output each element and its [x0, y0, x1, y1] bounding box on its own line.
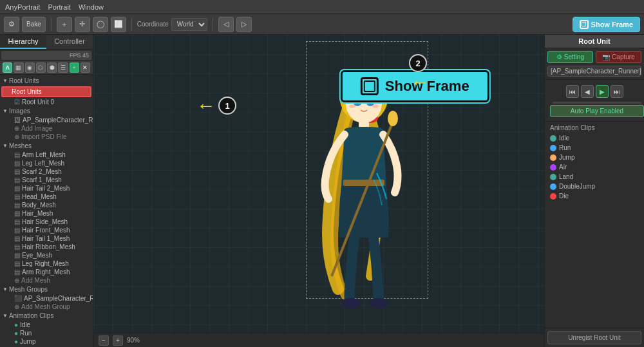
- toolbar-nav-btn1[interactable]: ◁: [218, 17, 234, 32]
- tree-mesh-9[interactable]: ▤Hair Front_Mesh: [0, 226, 93, 234]
- arrow-1-icon: ←: [196, 96, 216, 115]
- zoom-level: 90%: [127, 337, 140, 344]
- show-frame-toolbar-label: Show Frame: [591, 21, 633, 28]
- canvas-area: ← 1 2 ↑ Show Frame − + 90%: [93, 35, 544, 347]
- canvas-viewport[interactable]: ← 1 2 ↑ Show Frame: [93, 35, 544, 333]
- clip-jump[interactable]: Jump: [547, 153, 641, 162]
- clip-run[interactable]: Run: [547, 143, 641, 153]
- clip-air-dot: [550, 164, 556, 171]
- tree-mesh-1[interactable]: ▤Leg Left_Mesh: [0, 159, 93, 167]
- tree-mesh-10[interactable]: ▤Hair Tail 1_Mesh: [0, 234, 93, 243]
- main-content: Hierarchy Controller FPS 45 A ▦ ◉ ⬡ ⬢ ☰ …: [0, 35, 644, 347]
- hierarchy-content: ▼ Root Units Root Units ☑ Root Unit 0 ▼ …: [0, 75, 93, 347]
- tab-hierarchy[interactable]: Hierarchy: [0, 35, 46, 49]
- tree-mesh-13[interactable]: ▤Leg Right_Mesh: [0, 259, 93, 268]
- show-frame-toolbar-button[interactable]: Show Frame: [573, 17, 640, 32]
- arrow-2-icon: ↑: [408, 79, 428, 88]
- hier-icon-a[interactable]: A: [3, 62, 12, 73]
- tree-mesh-0[interactable]: ▤Arm Left_Mesh: [0, 151, 93, 159]
- runner-field: [AP_SampleCharacter_Runner]: [547, 66, 641, 77]
- show-frame-overlay-icon: [361, 77, 379, 95]
- clip-idle[interactable]: Idle: [547, 133, 641, 143]
- toolbar-sep-2: [131, 18, 132, 31]
- tree-mesh-4[interactable]: ▤Hair Tail 2_Mesh: [0, 184, 93, 192]
- toolbar-rotate-btn[interactable]: ◯: [93, 17, 108, 32]
- tree-anim-jump[interactable]: ●Jump: [0, 337, 93, 346]
- tree-mesh-2[interactable]: ▤Scarf 2_Mesh: [0, 167, 93, 176]
- section-images[interactable]: ▼ Images: [0, 106, 93, 116]
- clip-idle-dot: [550, 135, 556, 142]
- toolbar-move-btn[interactable]: ✛: [75, 17, 90, 32]
- menu-window[interactable]: Window: [79, 3, 104, 11]
- animation-clips-title: Animation Clips: [547, 124, 641, 131]
- hier-icon-6[interactable]: +: [70, 62, 79, 73]
- tree-root-unit-0[interactable]: ☑ Root Unit 0: [0, 98, 93, 106]
- clip-land[interactable]: Land: [547, 172, 641, 182]
- section-root-units[interactable]: ▼ Root Units: [0, 76, 93, 86]
- section-mesh-groups[interactable]: ▼ Mesh Groups: [0, 285, 93, 294]
- play-prev-btn[interactable]: ◀: [581, 85, 594, 98]
- tree-mesh-8[interactable]: ▤Hair Side_Mesh: [0, 218, 93, 226]
- menu-anyportrait[interactable]: AnyPortrait: [5, 3, 40, 11]
- clip-doublejump[interactable]: DoubleJump: [547, 182, 641, 191]
- tree-mesh-5[interactable]: ▤Head_Mesh: [0, 192, 93, 201]
- left-tabs: Hierarchy Controller: [0, 35, 93, 50]
- zoom-in-btn[interactable]: +: [113, 335, 123, 346]
- toolbar-icon-btn[interactable]: ⚙: [4, 17, 19, 32]
- coordinate-select[interactable]: World: [171, 18, 207, 31]
- fps-badge: FPS 45: [1, 51, 91, 60]
- hier-icon-5[interactable]: ☰: [58, 62, 68, 73]
- hier-icon-4[interactable]: ⬢: [47, 62, 57, 73]
- image-0-icon: 🖼: [14, 117, 21, 124]
- toolbar-scale-btn[interactable]: ⬜: [111, 17, 126, 32]
- svg-rect-11: [343, 180, 384, 186]
- capture-button[interactable]: 📷 Capture: [596, 51, 641, 63]
- tree-mesh-6[interactable]: ▤Body_Mesh: [0, 201, 93, 209]
- right-panel-title: Root Unit: [545, 35, 644, 48]
- tree-root-units-item[interactable]: Root Units: [1, 86, 91, 97]
- tree-mesh-group-0[interactable]: ⬛AP_SampleCharacter_Runner: [0, 294, 93, 303]
- root-units-text: Root Units: [12, 88, 42, 95]
- play-btn[interactable]: ▶: [596, 85, 609, 98]
- toolbar: ⚙ Bake + ✛ ◯ ⬜ Coordinate World ◁ ▷ Show…: [0, 14, 644, 35]
- setting-capture-row: ⚙ Setting 📷 Capture: [547, 51, 641, 63]
- tab-controller[interactable]: Controller: [46, 35, 93, 49]
- tree-mesh-14[interactable]: ▤Arm Right_Mesh: [0, 268, 93, 276]
- play-slider[interactable]: [553, 102, 641, 104]
- hier-icon-3[interactable]: ⬡: [36, 62, 46, 73]
- tree-add-mesh-group[interactable]: ⊕Add Mesh Group: [0, 303, 93, 311]
- menu-portrait[interactable]: Portrait: [48, 3, 70, 11]
- section-anim-clips[interactable]: ▼ Animation Clips: [0, 311, 93, 321]
- menu-bar: AnyPortrait Portrait Window: [0, 0, 644, 14]
- svg-point-9: [372, 104, 379, 108]
- tree-import-psd[interactable]: ⊕Import PSD File: [0, 133, 93, 141]
- clip-air[interactable]: Air: [547, 162, 641, 172]
- tree-anim-run[interactable]: ●Run: [0, 329, 93, 337]
- section-meshes[interactable]: ▼ Meshes: [0, 141, 93, 151]
- toolbar-bake-btn[interactable]: Bake: [22, 17, 46, 32]
- toolbar-sep-1: [51, 18, 52, 31]
- annotation-circle-1: 1: [218, 97, 236, 115]
- hier-icon-2[interactable]: ◉: [25, 62, 35, 73]
- play-skip-back-btn[interactable]: ⏮: [566, 85, 579, 98]
- tree-add-image[interactable]: ⊕Add Image: [0, 124, 93, 133]
- tree-mesh-7[interactable]: ▤Hair_Mesh: [0, 209, 93, 218]
- setting-button[interactable]: ⚙ Setting: [547, 51, 593, 63]
- unregist-root-unit-button[interactable]: Unregist Root Unit: [547, 331, 641, 344]
- tree-add-mesh[interactable]: ⊕Add Mesh: [0, 276, 93, 285]
- clip-die[interactable]: Die: [547, 191, 641, 201]
- toolbar-add-btn[interactable]: +: [57, 17, 72, 32]
- tree-mesh-11[interactable]: ▤Hair Ribbon_Mesh: [0, 243, 93, 251]
- tree-mesh-12[interactable]: ▤Eye_Mesh: [0, 251, 93, 259]
- auto-play-button[interactable]: Auto Play Enabled: [550, 105, 644, 117]
- toolbar-nav-btn2[interactable]: ▷: [236, 17, 252, 32]
- hier-icon-1[interactable]: ▦: [14, 62, 23, 73]
- hier-icon-close[interactable]: ✕: [80, 62, 90, 73]
- play-next-btn[interactable]: ⏭: [611, 85, 623, 98]
- clip-land-dot: [550, 174, 556, 180]
- tree-anim-idle[interactable]: ●Idle: [0, 321, 93, 329]
- tree-image-0[interactable]: 🖼 AP_SampleCharacter_Runner_C...: [0, 116, 93, 124]
- root-unit-0-icon: ☑: [14, 98, 20, 106]
- zoom-out-btn[interactable]: −: [99, 335, 109, 346]
- tree-mesh-3[interactable]: ▤Scarf 1_Mesh: [0, 176, 93, 184]
